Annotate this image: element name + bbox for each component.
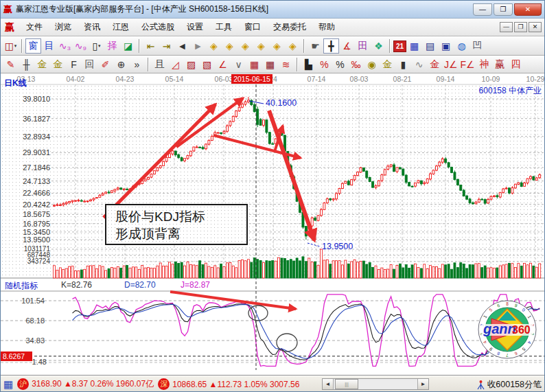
menu-item-文件[interactable]: 文件: [20, 19, 49, 35]
gold-line-icon[interactable]: 金: [380, 57, 395, 72]
scroll-right-button[interactable]: ►: [417, 379, 428, 389]
menu-item-设置[interactable]: 设置: [181, 19, 209, 35]
restore-button[interactable]: ❐: [494, 3, 513, 16]
pattern-search-icon[interactable]: 择: [104, 38, 120, 54]
ying-angle-icon[interactable]: 赢: [492, 57, 508, 72]
color-histogram-icon[interactable]: ◪: [120, 38, 136, 54]
svg-text:27.1846: 27.1846: [23, 163, 50, 172]
chart-area[interactable]: 40.160013.950039.801036.182732.893429.90…: [1, 73, 545, 375]
first-bar-icon[interactable]: ⇤: [143, 38, 159, 54]
shift-left-icon[interactable]: ◈: [206, 38, 222, 54]
next-bar-icon[interactable]: ►: [190, 38, 206, 54]
last-bar-icon[interactable]: ⇥: [159, 38, 174, 54]
shift-right-icon[interactable]: ◈: [222, 38, 237, 54]
gann-fan-box2-icon[interactable]: ▧: [199, 57, 215, 72]
annotation-line1: 股价与KDJ指标: [115, 208, 246, 225]
zoom-out-icon[interactable]: ◈: [269, 38, 285, 54]
menu-item-江恩[interactable]: 江恩: [106, 19, 135, 35]
menu-item-浏览[interactable]: 浏览: [49, 19, 78, 35]
scroll-left-button[interactable]: ◄: [323, 379, 334, 389]
svg-text:29.9031: 29.9031: [23, 148, 50, 157]
candle-pen-icon[interactable]: ▮: [395, 57, 411, 72]
percent-line-icon[interactable]: %: [316, 57, 332, 72]
box-select-icon[interactable]: 且: [152, 57, 167, 72]
menu-item-窗口[interactable]: 窗口: [238, 19, 267, 35]
fib-f-icon[interactable]: F: [66, 57, 82, 72]
gold-under-icon[interactable]: 金: [427, 57, 443, 72]
parallel-lines-icon[interactable]: ≋: [278, 57, 294, 72]
close-button[interactable]: ✕: [514, 3, 542, 16]
knot-icon[interactable]: ❖: [371, 38, 386, 54]
save-icon[interactable]: ▣: [438, 38, 454, 54]
svg-text:1.48: 1.48: [32, 358, 47, 366]
info-panel-icon[interactable]: 目: [41, 38, 57, 54]
si-angle-icon[interactable]: 四: [508, 57, 524, 72]
expand-h-icon[interactable]: ◈: [237, 38, 253, 54]
angle-measure-icon[interactable]: ∡: [339, 38, 355, 54]
menu-item-公式选股[interactable]: 公式选股: [135, 19, 181, 35]
scroll-thumb[interactable]: |||: [335, 379, 358, 389]
candle-tool-icon[interactable]: ▯▾: [89, 38, 104, 54]
shenzhen-index-text: 10868.65 ▲112.73 1.05% 3007.56: [172, 380, 299, 389]
svg-text:24.7133: 24.7133: [23, 177, 50, 185]
f-angle-icon[interactable]: F∠: [459, 57, 476, 72]
cycle-circle-icon[interactable]: ⊕: [113, 57, 129, 72]
stats-bars-icon[interactable]: ▙: [301, 57, 316, 72]
minimize-button[interactable]: —: [473, 3, 492, 16]
square-grid2-icon[interactable]: ▦: [262, 57, 278, 72]
menu-item-工具[interactable]: 工具: [209, 19, 238, 35]
print-icon[interactable]: 凹: [469, 38, 485, 54]
spiral-icon[interactable]: 回: [82, 57, 97, 72]
permille-icon[interactable]: ‰: [348, 57, 364, 72]
chart-canvas[interactable]: 40.160013.950039.801036.182732.893429.90…: [1, 73, 545, 375]
mdi-minimize-button[interactable]: —: [500, 22, 513, 32]
gold-grid-icon[interactable]: 金: [34, 57, 50, 72]
mdi-restore-button[interactable]: ❐: [514, 22, 527, 32]
feed-label: 收600158分笔: [487, 379, 542, 391]
gold-grid2-icon[interactable]: 金: [50, 57, 66, 72]
svg-text:32.8934: 32.8934: [23, 132, 50, 141]
menu-item-资讯[interactable]: 资讯: [78, 19, 106, 35]
gann-fan-box-icon[interactable]: ▨: [183, 57, 199, 72]
quote-table-icon[interactable]: ▦: [3, 378, 13, 391]
more-tools-icon[interactable]: »: [129, 57, 145, 72]
gann-wheel-icon[interactable]: 田: [355, 38, 371, 54]
wave-9-icon[interactable]: ∿₉: [73, 38, 89, 54]
grid-lines-icon[interactable]: ╫: [19, 57, 34, 72]
zoom-window-icon[interactable]: 窗: [25, 38, 41, 54]
svg-text:343724: 343724: [27, 257, 51, 265]
wave-channel-icon[interactable]: ∿: [411, 57, 427, 72]
wave-3-icon[interactable]: ∿₃: [57, 38, 73, 54]
stock-code-label: 600158 中体产业: [479, 85, 542, 97]
svg-text:22.4666: 22.4666: [23, 189, 50, 197]
horizontal-scrollbar[interactable]: ◄ ||| ►: [322, 378, 429, 390]
crosshair-icon[interactable]: ╋: [323, 38, 339, 54]
red-pen-icon[interactable]: ✐: [97, 57, 113, 72]
svg-text:08-03: 08-03: [350, 75, 369, 83]
kline-style-icon[interactable]: ◫▾: [3, 38, 19, 54]
shen-angle-icon[interactable]: 神: [476, 57, 492, 72]
menu-item-帮助[interactable]: 帮助: [312, 19, 341, 35]
web-icon[interactable]: ◍: [454, 38, 469, 54]
gold-circle-icon[interactable]: ◉: [364, 57, 380, 72]
brush-icon[interactable]: ✎: [3, 57, 19, 72]
zoom-in-icon[interactable]: ◈: [285, 38, 301, 54]
window-title: 赢家江恩专业版[赢家内部服务平台] - [中体产业 SH600158-156日K…: [16, 3, 472, 15]
percent-icon[interactable]: %: [332, 57, 348, 72]
calendar-icon[interactable]: 21: [393, 41, 406, 52]
title-bar: 赢 赢家江恩专业版[赢家内部服务平台] - [中体产业 SH600158-156…: [1, 1, 544, 19]
svg-text:07-14: 07-14: [308, 75, 326, 83]
square-grid-icon[interactable]: ▦: [246, 57, 262, 72]
drag-hand-icon[interactable]: ☛: [308, 38, 323, 54]
prev-bar-icon[interactable]: ◄: [174, 38, 190, 54]
calculator-icon[interactable]: ▦: [406, 38, 422, 54]
notes-icon[interactable]: ▤: [422, 38, 438, 54]
compress-h-icon[interactable]: ◈: [253, 38, 269, 54]
valley-lines-icon[interactable]: ∨: [231, 57, 246, 72]
menu-item-交易委托[interactable]: 交易委托: [267, 19, 312, 35]
angle-lines-icon[interactable]: ∠: [215, 57, 231, 72]
j-angle-icon[interactable]: J∠: [443, 57, 459, 72]
gann360-logo: 890123456789432156gann360: [478, 301, 536, 358]
fan-lines-icon[interactable]: ◿: [167, 57, 183, 72]
mdi-close-button[interactable]: ✕: [529, 22, 542, 32]
